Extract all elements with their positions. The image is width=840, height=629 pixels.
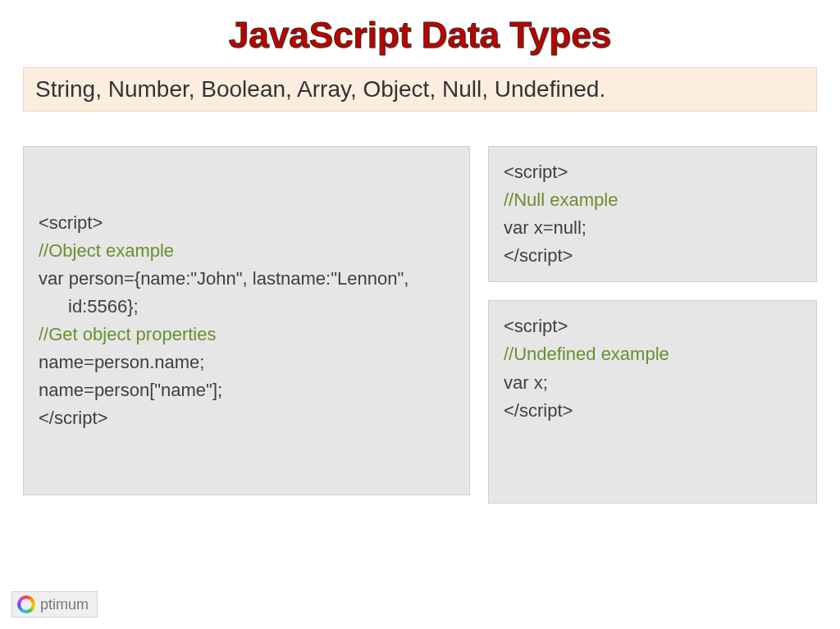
code-line: var x=null; [504, 214, 801, 242]
code-line: var x; [504, 369, 801, 397]
content-row: <script> //Object example var person={na… [23, 146, 817, 504]
code-line: name=person["name"]; [39, 376, 454, 404]
code-line: name=person.name; [39, 349, 454, 376]
code-box-undefined: <script> //Undefined example var x; </sc… [488, 300, 817, 504]
code-line: <script> [39, 209, 454, 237]
code-comment: //Null example [504, 186, 801, 214]
code-text: var person={name:"John", lastname:"Lenno… [39, 268, 409, 289]
code-line: <script> [504, 158, 801, 186]
subtitle-box: String, Number, Boolean, Array, Object, … [23, 67, 817, 112]
code-line: </script> [39, 404, 454, 432]
code-text-indent: id:5566}; [39, 293, 454, 321]
code-line: var person={name:"John", lastname:"Lenno… [39, 265, 454, 321]
brand-text: ptimum [40, 596, 89, 613]
ring-icon [17, 595, 35, 613]
code-line: </script> [504, 397, 801, 425]
code-comment: //Get object properties [39, 321, 454, 349]
code-line: <script> [504, 312, 801, 340]
code-line: </script> [504, 242, 801, 270]
code-box-null: <script> //Null example var x=null; </sc… [488, 146, 817, 282]
code-comment: //Object example [39, 237, 454, 265]
right-column: <script> //Null example var x=null; </sc… [488, 146, 817, 504]
code-comment: //Undefined example [504, 340, 801, 368]
slide-title: JavaScript Data Types [0, 0, 840, 56]
brand-logo: ptimum [11, 591, 98, 618]
code-box-object: <script> //Object example var person={na… [23, 146, 470, 495]
left-column: <script> //Object example var person={na… [23, 146, 470, 495]
